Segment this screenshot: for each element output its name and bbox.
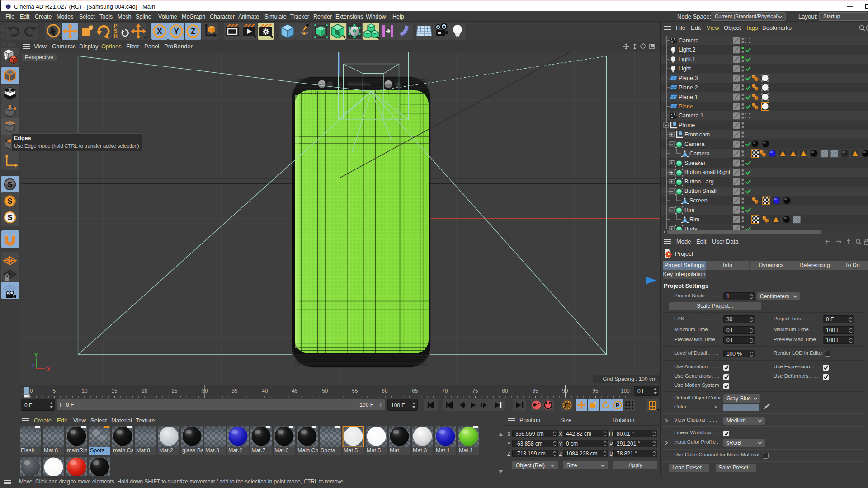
svg-text:60: 60: [382, 388, 388, 394]
svg-text:Y: Y: [174, 27, 179, 36]
svg-text:Screen: Screen: [689, 197, 708, 204]
svg-text:65: 65: [412, 388, 418, 394]
svg-text:15: 15: [112, 388, 118, 394]
svg-text:Front cam: Front cam: [684, 131, 710, 138]
svg-text:30: 30: [202, 388, 208, 394]
svg-text:85: 85: [533, 388, 538, 394]
svg-text:P: P: [616, 402, 619, 408]
svg-text:100: 100: [621, 388, 629, 394]
svg-text:S: S: [8, 214, 13, 221]
svg-text:20: 20: [142, 388, 148, 394]
svg-text:0: 0: [30, 388, 33, 394]
svg-text:Rim: Rim: [684, 207, 694, 213]
svg-text:S: S: [8, 181, 13, 188]
svg-text:Plane.2: Plane.2: [679, 84, 698, 91]
svg-text:Plane.1: Plane.1: [679, 94, 698, 100]
svg-text:Plane.3: Plane.3: [679, 75, 698, 81]
svg-text:40: 40: [262, 388, 268, 394]
svg-text:50: 50: [322, 388, 328, 394]
svg-text:Button Larg: Button Larg: [684, 178, 714, 185]
svg-text:90: 90: [562, 388, 568, 394]
svg-text:25: 25: [172, 388, 178, 394]
svg-text:95: 95: [593, 388, 599, 394]
svg-text:Button small Right: Button small Right: [684, 169, 731, 175]
svg-text:Phone: Phone: [679, 122, 695, 128]
svg-text:Y: Y: [34, 352, 38, 358]
svg-text:Speaker: Speaker: [684, 160, 706, 166]
svg-text:Camera: Camera: [689, 150, 710, 157]
svg-text:Z: Z: [191, 27, 195, 36]
svg-text:Z: Z: [31, 363, 34, 368]
svg-text:Rim: Rim: [689, 216, 699, 223]
svg-text:Plane: Plane: [679, 103, 693, 110]
svg-text:45: 45: [292, 388, 298, 394]
svg-text:75: 75: [472, 388, 478, 394]
svg-text:Camera: Camera: [679, 38, 699, 44]
svg-text:70: 70: [442, 388, 448, 394]
svg-text:80: 80: [502, 388, 508, 394]
svg-text:Light.1: Light.1: [679, 56, 696, 62]
svg-text:Camera.1: Camera.1: [679, 113, 703, 119]
svg-text:X: X: [47, 366, 51, 372]
svg-text:Button Small: Button Small: [684, 188, 717, 194]
svg-text:5: 5: [53, 388, 56, 394]
svg-text:Light.2: Light.2: [679, 47, 696, 53]
svg-text:R: R: [114, 33, 118, 38]
svg-text:55: 55: [352, 388, 358, 394]
svg-text:Grid Spacing : 100 cm: Grid Spacing : 100 cm: [603, 376, 656, 382]
svg-text:X: X: [157, 27, 162, 36]
svg-text:Camera: Camera: [684, 141, 705, 147]
svg-text:10: 10: [82, 388, 88, 394]
svg-text:35: 35: [232, 388, 238, 394]
svg-text:S: S: [8, 197, 13, 205]
svg-text:Light: Light: [679, 66, 691, 72]
